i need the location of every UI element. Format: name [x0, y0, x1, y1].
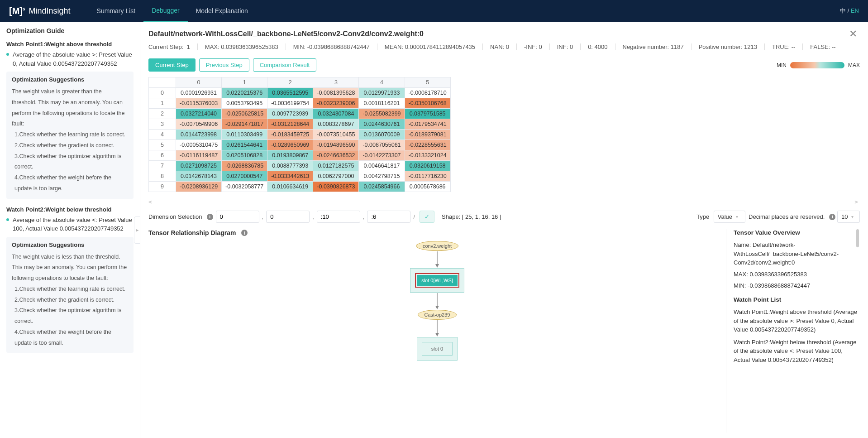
- tensor-cell[interactable]: 0.0110303499: [222, 130, 267, 140]
- watchpoint2-item[interactable]: Average of the absolute value <: Preset …: [6, 216, 134, 233]
- watchpoint-list-item[interactable]: Watch Point1:Weight above threshold (Ave…: [734, 308, 860, 334]
- tensor-cell[interactable]: 0.0046641817: [359, 161, 405, 171]
- tensor-cell[interactable]: -0.0323239006: [313, 98, 359, 109]
- tensor-cell[interactable]: 0.0042798715: [359, 171, 405, 182]
- lang-zh[interactable]: 中: [840, 7, 846, 14]
- tensor-cell[interactable]: -0.0208936129: [176, 182, 222, 192]
- tensor-cell[interactable]: 0.0144723998: [176, 130, 222, 140]
- horizontal-scroll-hint[interactable]: <>: [140, 196, 868, 208]
- tensor-cell[interactable]: 0.0001926931: [176, 88, 222, 98]
- lang-switch[interactable]: 中 / EN: [840, 7, 859, 15]
- tensor-cell[interactable]: -0.0081395628: [313, 88, 359, 98]
- tensor-cell[interactable]: 0.0127182575: [313, 161, 359, 171]
- tensor-cell[interactable]: -0.0189379081: [405, 130, 450, 140]
- sidebar-collapse-handle[interactable]: ▸: [134, 217, 140, 244]
- scrollbar[interactable]: [856, 229, 859, 247]
- tensor-cell[interactable]: -0.0194896590: [313, 140, 359, 150]
- tensor-cell[interactable]: -0.0312128644: [267, 119, 313, 130]
- opt-step: 1.Check whether the learning rate is cor…: [14, 130, 128, 140]
- row-header: 1: [149, 98, 176, 109]
- tensor-cell[interactable]: -0.0073510455: [313, 130, 359, 140]
- tensor-cell[interactable]: 0.0136070009: [359, 130, 405, 140]
- decimal-select[interactable]: 10▾: [837, 211, 860, 223]
- watchpoint1-item[interactable]: Average of the absolute value >: Preset …: [6, 50, 134, 68]
- graph-node-source[interactable]: conv2.weight: [416, 241, 458, 251]
- tensor-cell[interactable]: 0.0365512595: [267, 88, 313, 98]
- arrow-down-icon: [434, 293, 440, 310]
- graph-node-selected[interactable]: slot 0[WL,WS]: [410, 268, 464, 293]
- tensor-cell[interactable]: 0.0005678686: [405, 182, 450, 192]
- nav-model-explanation[interactable]: Model Explanation: [188, 0, 256, 22]
- tensor-cell[interactable]: -0.0116119487: [176, 150, 222, 161]
- tensor-cell[interactable]: 0.0053793495: [222, 98, 267, 109]
- nav-debugger[interactable]: Debugger: [143, 0, 188, 22]
- tensor-cell[interactable]: -0.0005310475: [176, 140, 222, 150]
- row-header: 3: [149, 119, 176, 130]
- dim-input-1[interactable]: [266, 211, 310, 223]
- tensor-cell[interactable]: -0.0291471817: [222, 119, 267, 130]
- tensor-title: Default/network-WithLossCell/_backbone-L…: [148, 30, 846, 38]
- tensor-cell[interactable]: -0.0036199754: [267, 98, 313, 109]
- tensor-cell[interactable]: 0.0193809867: [267, 150, 313, 161]
- stat-pos-inf: INF: 0: [557, 43, 581, 50]
- graph-node-sink[interactable]: slot 0: [417, 337, 458, 361]
- tensor-cell[interactable]: 0.0244630761: [359, 119, 405, 130]
- tensor-cell[interactable]: 0.0097723939: [267, 109, 313, 119]
- tensor-cell[interactable]: -0.0390826873: [313, 182, 359, 192]
- tensor-cell[interactable]: 0.0261544641: [222, 140, 267, 150]
- tensor-cell[interactable]: 0.0327214040: [176, 109, 222, 119]
- apply-dimension-button[interactable]: ✓: [420, 211, 434, 223]
- info-icon[interactable]: i: [829, 214, 835, 220]
- tensor-cell[interactable]: 0.0271098725: [176, 161, 222, 171]
- tensor-cell[interactable]: -0.0117716230: [405, 171, 450, 182]
- tensor-cell[interactable]: 0.0129971933: [359, 88, 405, 98]
- tensor-cell[interactable]: -0.0333442613: [267, 171, 313, 182]
- tensor-cell[interactable]: -0.0032058777: [222, 182, 267, 192]
- type-select[interactable]: Value▾: [714, 211, 745, 223]
- tensor-cell[interactable]: 0.0018116201: [359, 98, 405, 109]
- col-header: 1: [222, 77, 267, 88]
- nav-summary-list[interactable]: Summary List: [89, 0, 144, 22]
- tensor-cell[interactable]: 0.0270000547: [222, 171, 267, 182]
- tensor-cell[interactable]: -0.0250625815: [222, 109, 267, 119]
- tensor-cell[interactable]: -0.0255082399: [359, 109, 405, 119]
- dim-input-0[interactable]: [216, 211, 259, 223]
- row-header: 9: [149, 182, 176, 192]
- tensor-cell[interactable]: 0.0324307084: [313, 109, 359, 119]
- tensor-cell[interactable]: 0.0379751585: [405, 109, 450, 119]
- tensor-cell[interactable]: 0.0062797000: [313, 171, 359, 182]
- tensor-cell[interactable]: 0.0106634619: [267, 182, 313, 192]
- tab-comparison-result[interactable]: Comparison Result: [253, 58, 317, 72]
- tensor-cell[interactable]: 0.0205106828: [222, 150, 267, 161]
- tensor-cell[interactable]: -0.0070549906: [176, 119, 222, 130]
- tab-previous-step[interactable]: Previous Step: [199, 58, 249, 72]
- tensor-cell[interactable]: 0.0245854966: [359, 182, 405, 192]
- tensor-cell[interactable]: -0.0179534741: [405, 119, 450, 130]
- tensor-cell[interactable]: -0.0087055061: [359, 140, 405, 150]
- tensor-cell[interactable]: -0.0350106768: [405, 98, 450, 109]
- tensor-cell[interactable]: 0.0142678143: [176, 171, 222, 182]
- graph-node-op[interactable]: Cast-op239: [418, 310, 457, 320]
- close-icon[interactable]: ✕: [846, 28, 860, 40]
- tensor-cell[interactable]: -0.0228555631: [405, 140, 450, 150]
- tensor-cell[interactable]: 0.0088777393: [267, 161, 313, 171]
- lang-en[interactable]: EN: [851, 7, 859, 14]
- tensor-cell[interactable]: -0.0289650969: [267, 140, 313, 150]
- info-icon[interactable]: i: [241, 230, 248, 236]
- tensor-cell[interactable]: 0.0320619158: [405, 161, 450, 171]
- dim-input-3[interactable]: [367, 211, 410, 223]
- tab-current-step[interactable]: Current Step: [148, 58, 196, 72]
- tensor-cell[interactable]: -0.0183459725: [267, 130, 313, 140]
- dim-input-2[interactable]: [317, 211, 360, 223]
- tensor-cell[interactable]: 0.0083278697: [313, 119, 359, 130]
- tensor-cell[interactable]: 0.0220215376: [222, 88, 267, 98]
- main-content: Default/network-WithLossCell/_backbone-L…: [140, 22, 868, 438]
- tensor-cell[interactable]: -0.0133321024: [405, 150, 450, 161]
- tensor-cell[interactable]: -0.0246636532: [313, 150, 359, 161]
- tensor-cell[interactable]: -0.0142273307: [359, 150, 405, 161]
- watchpoint-list-item[interactable]: Watch Point2:Weight below threshold (Ave…: [734, 338, 860, 365]
- tensor-cell[interactable]: -0.0115376003: [176, 98, 222, 109]
- tensor-cell[interactable]: -0.0268836785: [222, 161, 267, 171]
- info-icon[interactable]: i: [207, 214, 213, 220]
- tensor-cell[interactable]: -0.0008178710: [405, 88, 450, 98]
